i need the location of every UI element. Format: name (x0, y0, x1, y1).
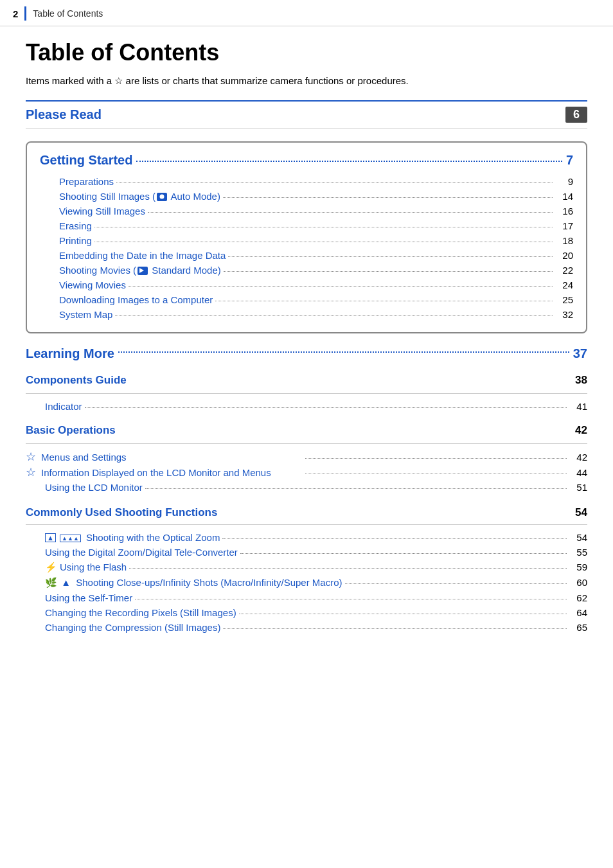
indicator-dots (85, 407, 567, 408)
menus-settings-dots (305, 458, 567, 459)
using-lcd-label: Using the LCD Monitor (45, 482, 143, 493)
toc-item-compression[interactable]: Changing the Compression (Still Images) … (26, 620, 587, 635)
toc-item-self-timer[interactable]: Using the Self-Timer 62 (26, 590, 587, 605)
viewing-still-page: 16 (555, 206, 573, 217)
toc-item-using-lcd[interactable]: Using the LCD Monitor 51 (26, 480, 587, 495)
header-label: Table of Contents (33, 8, 103, 19)
toc-item-lcd-info[interactable]: ☆ Information Displayed on the LCD Monit… (26, 465, 587, 480)
basic-operations-page: 42 (575, 424, 587, 437)
printing-label: Printing (59, 235, 92, 246)
basic-operations-section: Basic Operations 42 ☆ Menus and Settings… (26, 421, 587, 495)
printing-dots (94, 242, 553, 242)
toc-item-menus-settings[interactable]: ☆ Menus and Settings 42 (26, 449, 587, 465)
digital-zoom-dots (240, 553, 567, 554)
menus-settings-label: Menus and Settings (41, 452, 303, 463)
optical-zoom-label: ▲ ▲▲▲ Shooting with the Optical Zoom (45, 532, 220, 543)
commonly-used-header: Commonly Used Shooting Functions 54 (26, 504, 587, 520)
shooting-movies-page: 22 (555, 265, 573, 276)
erasing-page: 17 (555, 220, 573, 231)
learning-more-title[interactable]: Learning More (26, 346, 114, 361)
toc-title: Table of Contents (26, 39, 587, 66)
viewing-still-label: Viewing Still Images (59, 206, 145, 217)
toc-subtitle: Items marked with a ☆ are lists or chart… (26, 74, 587, 89)
flash-label: ⚡Using the Flash (45, 562, 127, 573)
self-timer-label: Using the Self-Timer (45, 592, 132, 603)
flash-page: 59 (569, 562, 587, 572)
toc-item-viewing-still[interactable]: Viewing Still Images 16 (40, 204, 573, 218)
toc-item-digital-zoom[interactable]: Using the Digital Zoom/Digital Tele-Conv… (26, 545, 587, 560)
getting-started-header: Getting Started 7 (40, 153, 573, 168)
menus-settings-page: 42 (569, 452, 587, 463)
optical-zoom-page: 54 (569, 532, 587, 543)
printing-page: 18 (555, 235, 573, 246)
indicator-label: Indicator (45, 401, 82, 412)
embedding-date-dots (228, 256, 553, 257)
toc-item-flash[interactable]: ⚡Using the Flash 59 (26, 560, 587, 575)
recording-pixels-label: Changing the Recording Pixels (Still Ima… (45, 607, 236, 618)
viewing-movies-label: Viewing Movies (59, 279, 126, 290)
lcd-info-page: 44 (569, 467, 587, 478)
preparations-page: 9 (555, 176, 573, 187)
getting-started-dots (136, 161, 562, 162)
learning-more-section: Learning More 37 (26, 346, 587, 361)
macro-dots (345, 583, 567, 584)
shooting-still-page: 14 (555, 191, 573, 202)
toc-item-macro[interactable]: 🌿 ▲ Shooting Close-ups/Infinity Shots (M… (26, 575, 587, 590)
toc-item-recording-pixels[interactable]: Changing the Recording Pixels (Still Ima… (26, 605, 587, 620)
toc-item-shooting-still[interactable]: Shooting Still Images ( Auto Mode) 14 (40, 189, 573, 204)
optical-zoom-dots (222, 538, 567, 539)
digital-zoom-label: Using the Digital Zoom/Digital Tele-Conv… (45, 547, 238, 558)
toc-item-downloading[interactable]: Downloading Images to a Computer 25 (40, 292, 573, 307)
main-content: Table of Contents Items marked with a ☆ … (0, 26, 613, 648)
macro-page: 60 (569, 577, 587, 588)
digital-zoom-page: 55 (569, 547, 587, 558)
viewing-movies-page: 24 (555, 279, 573, 290)
macro-label: 🌿 ▲ Shooting Close-ups/Infinity Shots (M… (45, 577, 342, 589)
commonly-used-title[interactable]: Commonly Used Shooting Functions (26, 506, 217, 519)
please-read-label[interactable]: Please Read (26, 107, 102, 122)
shooting-movies-dots (224, 271, 553, 272)
using-lcd-page: 51 (569, 482, 587, 493)
recording-pixels-dots (239, 614, 567, 614)
preparations-dots (116, 182, 553, 183)
toc-item-indicator[interactable]: Indicator 41 (26, 399, 587, 414)
toc-item-shooting-movies[interactable]: Shooting Movies ( Standard Mode) 22 (40, 263, 573, 278)
toc-item-system-map[interactable]: System Map 32 (40, 307, 573, 322)
star-symbol: ☆ (114, 75, 123, 86)
star-icon-lcd: ☆ (26, 466, 36, 478)
viewing-movies-dots (129, 286, 553, 287)
components-guide-title[interactable]: Components Guide (26, 374, 127, 387)
embedding-date-label: Embedding the Date in the Image Data (59, 250, 226, 261)
learning-more-page: 37 (573, 346, 587, 361)
page-number: 2 (13, 8, 18, 19)
compression-page: 65 (569, 622, 587, 633)
components-guide-page: 38 (575, 374, 587, 387)
toc-item-erasing[interactable]: Erasing 17 (40, 218, 573, 233)
indicator-page: 41 (569, 401, 587, 412)
toc-item-preparations[interactable]: Preparations 9 (40, 174, 573, 189)
lcd-info-label: Information Displayed on the LCD Monitor… (41, 467, 303, 478)
system-map-label: System Map (59, 309, 112, 320)
toc-item-viewing-movies[interactable]: Viewing Movies 24 (40, 278, 573, 292)
basic-operations-header: Basic Operations 42 (26, 421, 587, 439)
recording-pixels-page: 64 (569, 607, 587, 618)
using-lcd-dots (145, 488, 567, 489)
compression-label: Changing the Compression (Still Images) (45, 622, 220, 633)
getting-started-box: Getting Started 7 Preparations 9 Shootin… (26, 141, 587, 333)
viewing-still-dots (148, 212, 553, 213)
erasing-dots (94, 227, 553, 227)
basic-operations-title[interactable]: Basic Operations (26, 424, 116, 437)
toc-item-printing[interactable]: Printing 18 (40, 233, 573, 248)
components-divider (26, 393, 587, 394)
self-timer-page: 62 (569, 592, 587, 603)
flash-dots (129, 568, 567, 569)
getting-started-title[interactable]: Getting Started (40, 153, 132, 168)
embedding-date-page: 20 (555, 250, 573, 261)
learning-more-dots (118, 351, 569, 353)
getting-started-page: 7 (566, 153, 573, 168)
lcd-info-dots (305, 474, 567, 474)
toc-item-optical-zoom[interactable]: ▲ ▲▲▲ Shooting with the Optical Zoom 54 (26, 530, 587, 545)
please-read-page: 6 (565, 107, 587, 123)
components-guide-header: Components Guide 38 (26, 371, 587, 389)
toc-item-embedding-date[interactable]: Embedding the Date in the Image Data 20 (40, 248, 573, 263)
